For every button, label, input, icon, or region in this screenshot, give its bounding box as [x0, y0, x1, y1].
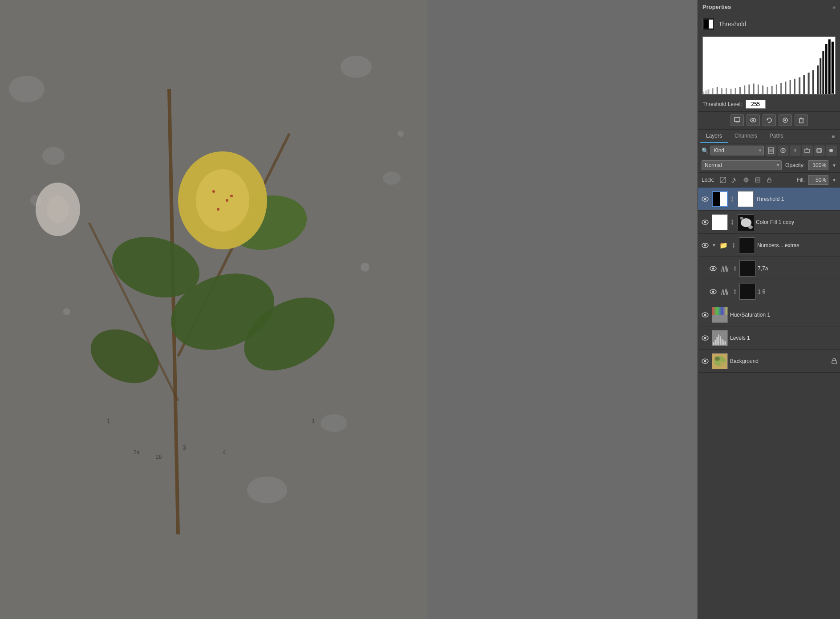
threshold-thumb-svg [713, 191, 727, 207]
adjustment-icon [780, 147, 786, 154]
trash-icon [798, 117, 805, 124]
layer-list: Threshold 1 [698, 187, 840, 619]
svg-rect-66 [803, 75, 805, 94]
clip-to-layer-btn[interactable] [730, 114, 744, 126]
svg-rect-55 [753, 84, 755, 94]
lock-paint-icon [731, 177, 738, 183]
layer-mask-colorfill [738, 214, 754, 230]
eye-icon [750, 117, 757, 124]
layer-thumbnail-16 [739, 284, 755, 300]
svg-rect-135 [832, 361, 836, 364]
svg-point-5 [383, 171, 401, 185]
fill-arrow[interactable]: ▼ [832, 178, 836, 183]
svg-line-93 [720, 177, 726, 183]
fill-label: Fill: [796, 177, 805, 183]
svg-rect-82 [799, 119, 803, 123]
huesat-thumb [712, 307, 727, 323]
svg-text:4: 4 [223, 448, 226, 456]
properties-header: Properties ≡ [698, 0, 840, 14]
svg-rect-123 [716, 337, 718, 345]
layer-visibility-16[interactable] [709, 287, 718, 296]
lock-transparent-btn[interactable] [718, 175, 728, 184]
filter-adj-btn[interactable] [778, 146, 788, 155]
type-icon: T [794, 148, 797, 153]
lock-move-btn[interactable] [741, 175, 751, 184]
layer-name-numbers: Numbers... extras [757, 242, 837, 248]
lock-artboard-btn[interactable] [753, 175, 763, 184]
filter-dot-btn[interactable] [826, 146, 836, 155]
opacity-arrow[interactable]: ▼ [832, 163, 836, 168]
properties-toolbar [698, 111, 840, 129]
panel-menu-icon[interactable]: ≡ [832, 4, 836, 10]
svg-rect-48 [721, 88, 722, 94]
lock-all-btn[interactable] [764, 175, 774, 184]
layer-thumbnail-77a [739, 261, 755, 277]
svg-point-91 [829, 149, 833, 152]
svg-rect-128 [725, 341, 726, 345]
grass-icon [721, 265, 729, 273]
layer-visibility-levels[interactable] [701, 334, 710, 342]
histogram-svg [703, 37, 835, 94]
layer-visibility-numbers[interactable] [701, 241, 710, 250]
layer-visibility-huesat[interactable] [701, 310, 710, 319]
svg-rect-100 [713, 192, 720, 206]
layer-item[interactable]: 1-6 [698, 280, 840, 303]
layer-visibility-background[interactable] [701, 357, 710, 366]
layers-panel-menu[interactable]: ≡ [828, 133, 838, 139]
smartobj-icon [816, 147, 822, 154]
layer-item[interactable]: Hue/Saturation 1 [698, 303, 840, 326]
layer-item[interactable]: Levels 1 [698, 326, 840, 350]
reset-icon [766, 117, 773, 124]
filter-kind-select[interactable]: Kind Name Effect Mode Attribute Color [710, 146, 764, 155]
reset-btn[interactable] [763, 114, 776, 126]
layer-type-icon-77a [720, 264, 730, 273]
svg-rect-59 [771, 86, 773, 94]
svg-rect-126 [722, 338, 723, 344]
layer-thumbnail-threshold1 [712, 191, 728, 207]
svg-rect-46 [712, 88, 713, 94]
delete-btn[interactable] [795, 114, 808, 126]
svg-rect-90 [818, 149, 820, 152]
svg-point-23 [217, 208, 219, 211]
svg-marker-79 [767, 119, 768, 121]
lock-transparent-icon [720, 177, 726, 183]
layer-item[interactable]: Color Fill 1 copy [698, 211, 840, 234]
tab-paths[interactable]: Paths [763, 130, 790, 143]
layer-name-huesat: Hue/Saturation 1 [730, 312, 837, 318]
layer-item[interactable]: Background [698, 350, 840, 373]
tab-channels[interactable]: Channels [728, 130, 763, 143]
filter-shape-btn[interactable] [802, 146, 812, 155]
filter-type-btn[interactable]: T [790, 146, 800, 155]
svg-point-133 [715, 356, 720, 360]
lock-paint-btn[interactable] [730, 175, 739, 184]
layer-item[interactable]: Threshold 1 [698, 187, 840, 211]
grass-icon [721, 288, 729, 296]
lock-move-icon [743, 177, 749, 183]
filter-smartobj-btn[interactable] [814, 146, 824, 155]
layer-visibility-77a[interactable] [709, 264, 718, 273]
layer-visibility-threshold1[interactable] [701, 195, 710, 204]
eye-open-icon [702, 196, 709, 202]
svg-point-6 [247, 476, 287, 503]
layer-item[interactable]: ▼ 📁 Numbers... extras [698, 234, 840, 257]
threshold-level-input[interactable] [746, 100, 766, 109]
svg-point-134 [720, 361, 725, 365]
svg-text:1: 1 [107, 417, 110, 424]
eye-open-icon [710, 289, 717, 294]
svg-rect-50 [730, 89, 731, 94]
group-expand-arrow[interactable]: ▼ [712, 243, 716, 248]
threshold-header: Threshold [698, 14, 840, 34]
filter-pixel-btn[interactable] [766, 146, 776, 155]
opacity-input[interactable] [808, 160, 828, 170]
layer-visibility-colorfill[interactable] [701, 218, 710, 227]
eye-open-icon [702, 243, 709, 248]
view-previous-btn[interactable] [747, 114, 760, 126]
tab-layers[interactable]: Layers [700, 130, 728, 143]
svg-rect-97 [767, 179, 771, 182]
botanical-illustration: 1 2a 2b 3 4 1 [0, 0, 427, 619]
fill-input[interactable] [808, 175, 828, 185]
svg-point-78 [752, 119, 754, 121]
visibility-btn[interactable] [779, 114, 792, 126]
blend-mode-select[interactable]: Normal Dissolve Multiply Screen Overlay [702, 160, 782, 170]
layer-item[interactable]: 7,7a [698, 257, 840, 280]
